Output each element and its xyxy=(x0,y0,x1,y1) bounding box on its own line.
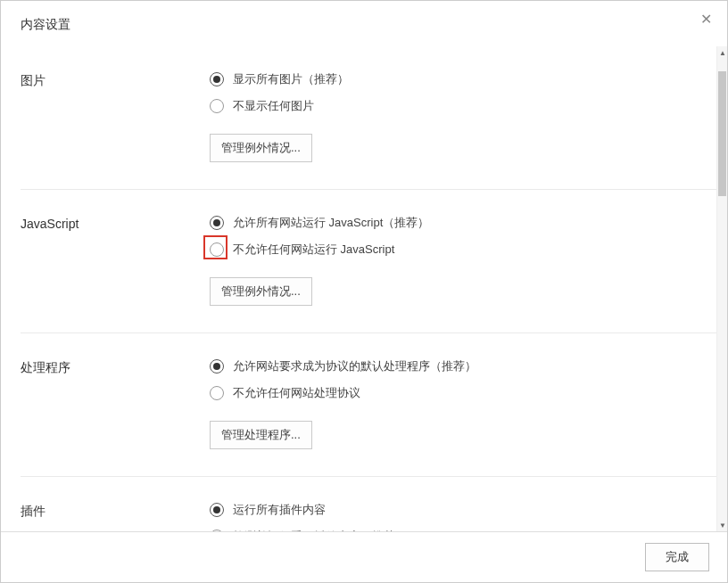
dialog-title: 内容设置 xyxy=(21,17,707,33)
section-body-images: 显示所有图片（推荐） 不显示任何图片 管理例外情况... xyxy=(210,71,716,162)
radio-plugins-all[interactable]: 运行所有插件内容 xyxy=(210,502,716,518)
radio-icon xyxy=(210,386,224,400)
radio-label: 运行所有插件内容 xyxy=(233,502,326,518)
images-exceptions-button[interactable]: 管理例外情况... xyxy=(210,134,312,162)
scroll-up-icon[interactable]: ▲ xyxy=(717,46,727,59)
radio-icon xyxy=(210,99,224,113)
content-wrapper: 图片 显示所有图片（推荐） 不显示任何图片 管理例外情况... JavaScri… xyxy=(1,46,727,531)
radio-label: 显示所有图片（推荐） xyxy=(233,71,349,87)
content-settings-dialog: 内容设置 ✕ 图片 显示所有图片（推荐） 不显示任何图片 管理例外情况... xyxy=(0,0,728,583)
radio-handlers-allow[interactable]: 允许网站要求成为协议的默认处理程序（推荐） xyxy=(210,358,716,374)
section-body-javascript: 允许所有网站运行 JavaScript（推荐） 不允许任何网站运行 JavaSc… xyxy=(210,215,716,306)
radio-icon xyxy=(210,72,224,86)
radio-icon xyxy=(210,503,224,517)
radio-label: 不显示任何图片 xyxy=(233,98,314,114)
section-plugins: 插件 运行所有插件内容 检测并运行重要插件内容（推荐） 让我自行选择何时运行插件… xyxy=(21,477,716,531)
scroll-down-icon[interactable]: ▼ xyxy=(717,519,727,531)
radio-label: 检测并运行重要插件内容（推荐） xyxy=(233,529,407,531)
scrollbar[interactable]: ▲ ▼ xyxy=(716,46,727,531)
dialog-header: 内容设置 ✕ xyxy=(1,1,727,46)
radio-icon xyxy=(210,530,224,531)
handlers-manage-button[interactable]: 管理处理程序... xyxy=(210,421,312,449)
scrollbar-thumb[interactable] xyxy=(718,71,726,196)
radio-images-show[interactable]: 显示所有图片（推荐） xyxy=(210,71,716,87)
radio-label: 允许所有网站运行 JavaScript（推荐） xyxy=(233,215,429,231)
radio-icon xyxy=(210,242,224,257)
close-icon[interactable]: ✕ xyxy=(699,13,713,28)
section-label-plugins: 插件 xyxy=(21,502,210,531)
section-body-plugins: 运行所有插件内容 检测并运行重要插件内容（推荐） 让我自行选择何时运行插件内容 xyxy=(210,502,716,531)
radio-js-deny[interactable]: 不允许任何网站运行 JavaScript xyxy=(210,242,716,258)
radio-js-allow[interactable]: 允许所有网站运行 JavaScript（推荐） xyxy=(210,215,716,231)
section-label-javascript: JavaScript xyxy=(21,215,210,306)
radio-plugins-important[interactable]: 检测并运行重要插件内容（推荐） xyxy=(210,529,716,531)
radio-label: 不允许任何网站处理协议 xyxy=(233,385,360,401)
dialog-footer: 完成 xyxy=(1,531,727,582)
radio-images-hide[interactable]: 不显示任何图片 xyxy=(210,98,716,114)
radio-handlers-deny[interactable]: 不允许任何网站处理协议 xyxy=(210,385,716,401)
section-body-handlers: 允许网站要求成为协议的默认处理程序（推荐） 不允许任何网站处理协议 管理处理程序… xyxy=(210,358,716,449)
section-handlers: 处理程序 允许网站要求成为协议的默认处理程序（推荐） 不允许任何网站处理协议 管… xyxy=(21,333,716,477)
content-area: 图片 显示所有图片（推荐） 不显示任何图片 管理例外情况... JavaScri… xyxy=(1,46,716,531)
section-javascript: JavaScript 允许所有网站运行 JavaScript（推荐） 不允许任何… xyxy=(21,190,716,333)
radio-label: 不允许任何网站运行 JavaScript xyxy=(233,242,394,258)
done-button[interactable]: 完成 xyxy=(645,543,709,571)
section-label-handlers: 处理程序 xyxy=(21,358,210,449)
js-exceptions-button[interactable]: 管理例外情况... xyxy=(210,277,312,306)
section-label-images: 图片 xyxy=(21,71,210,162)
radio-icon xyxy=(210,359,224,374)
section-images: 图片 显示所有图片（推荐） 不显示任何图片 管理例外情况... xyxy=(21,46,716,190)
radio-icon xyxy=(210,216,224,230)
radio-label: 允许网站要求成为协议的默认处理程序（推荐） xyxy=(233,358,476,374)
